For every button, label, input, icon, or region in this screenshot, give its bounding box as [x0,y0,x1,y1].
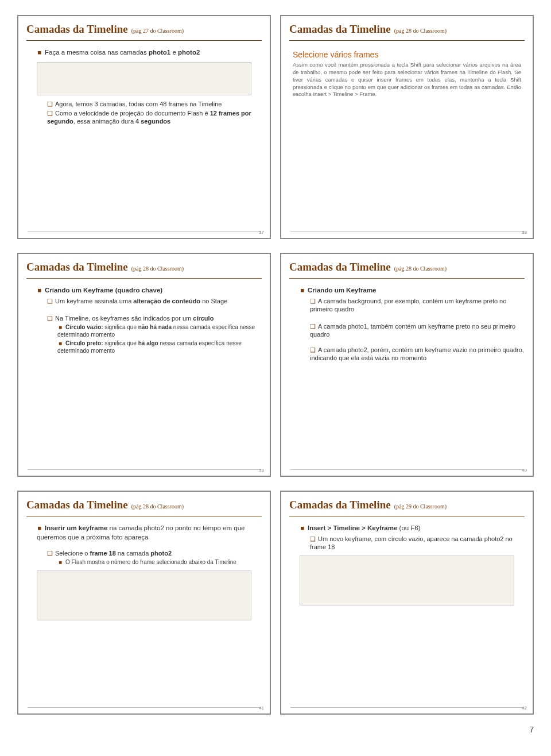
bullet-icon: ■ [57,323,63,331]
bottom-rule [290,232,523,232]
bullet-icon: ❑ [310,297,316,305]
bottom-rule [28,707,261,708]
title-sub: (pág 29 do Classroom) [394,503,447,510]
title-sub: (pág 27 do Classroom) [131,28,184,34]
slide-number: 41 [259,705,264,711]
list-item: ❑Um novo keyframe, com círculo vazio, ap… [310,535,525,551]
screenshot-placeholder [37,62,251,95]
title-sub: (pág 28 do Classroom) [131,265,184,272]
slide: Camadas da Timeline(pág 28 do Classroom)… [280,15,534,239]
list-item: ■Criando um Keyframe [300,286,525,295]
list-item: ■Inserir um keyframe na camada photo2 no… [37,524,262,542]
list-item: ❑A camada photo1, também contém um keyfr… [310,322,525,339]
slide-content: ■Faça a mesma coisa nas camadas photo1 e… [26,47,262,232]
slide-title: Camadas da Timeline(pág 28 do Classroom) [26,499,262,511]
bullet-icon: ❑ [47,109,53,117]
bullet-icon: ❑ [47,314,53,322]
slide-title: Camadas da Timeline(pág 27 do Classroom) [26,23,262,36]
title-main: Camadas da Timeline [26,499,128,511]
list-item: ■Faça a mesma coisa nas camadas photo1 e… [37,48,262,57]
slide-number: 42 [522,705,527,711]
list-item: ■Círculo vazio: significa que não há nad… [57,323,262,338]
bullet-icon: ❑ [310,535,316,543]
slide-number: 40 [522,468,527,473]
slide-title: Camadas da Timeline(pág 28 do Classroom) [26,261,262,273]
title-rule [289,40,525,41]
title-rule [26,516,262,516]
title-sub: (pág 28 do Classroom) [131,503,184,510]
title-rule [289,516,525,516]
title-rule [26,278,262,279]
bullet-icon: ■ [37,524,42,533]
screenshot-placeholder [300,556,514,605]
title-main: Camadas da Timeline [26,261,128,273]
slide-content: ■Insert > Timeline > Keyframe (ou F6)❑Um… [289,522,525,707]
list-item: ❑A camada photo2, porém, contém um keyfr… [310,346,525,362]
title-main: Camadas da Timeline [289,23,391,36]
bullet-icon: ❑ [47,549,53,557]
list-item: ■Insert > Timeline > Keyframe (ou F6) [300,524,525,533]
slide: Camadas da Timeline(pág 28 do Classroom)… [280,253,534,477]
title-rule [289,278,525,279]
list-item: ❑Como a velocidade de projeção do docume… [47,109,262,126]
slide: Camadas da Timeline(pág 28 do Classroom)… [17,491,271,715]
title-main: Camadas da Timeline [26,23,128,36]
bottom-rule [28,232,261,232]
slide-number: 38 [522,230,527,235]
slide: Camadas da Timeline(pág 28 do Classroom)… [17,253,271,477]
slide-title: Camadas da Timeline(pág 28 do Classroom) [289,23,525,36]
title-sub: (pág 28 do Classroom) [394,265,447,272]
list-item: ❑Selecione o frame 18 na camada photo2 [47,549,262,557]
title-sub: (pág 28 do Classroom) [394,28,447,34]
title-main: Camadas da Timeline [289,499,391,511]
list-item: ■Círculo preto: significa que há algo ne… [57,340,262,354]
list-item: ❑Na Timeline, os keyframes são indicados… [47,314,262,322]
bullet-icon: ■ [57,340,63,347]
list-item: ■Criando um Keyframe (quadro chave) [37,286,262,295]
slide-number: 39 [259,468,264,473]
slide: Camadas da Timeline(pág 27 do Classroom)… [17,15,271,239]
bottom-rule [290,469,523,470]
bullet-icon: ❑ [47,297,53,305]
slide-content: ■Inserir um keyframe na camada photo2 no… [26,522,262,707]
bullet-icon: ❑ [310,346,316,354]
bullet-icon: ■ [300,524,305,533]
slide-content: ■Criando um Keyframe❑A camada background… [289,284,525,469]
bullet-icon: ■ [57,558,63,566]
book-heading: Selecione vários frames [293,50,525,59]
bullet-icon: ■ [37,48,42,57]
bottom-rule [28,469,261,470]
list-item: ■O Flash mostra o número do frame seleci… [57,558,262,566]
list-item: ❑Agora, temos 3 camadas, todas com 48 fr… [47,100,262,108]
bullet-icon: ❑ [47,100,53,108]
title-main: Camadas da Timeline [289,261,391,273]
slide-title: Camadas da Timeline(pág 28 do Classroom) [289,261,525,273]
book-body: Assim como você mantém pressionada a tec… [293,61,521,98]
slide-content: Selecione vários framesAssim como você m… [289,47,525,232]
title-rule [26,40,262,41]
bullet-icon: ■ [300,286,305,295]
list-item: ❑Um keyframe assinala uma alteração de c… [47,297,262,305]
slide: Camadas da Timeline(pág 29 do Classroom)… [280,491,534,715]
slide-title: Camadas da Timeline(pág 29 do Classroom) [289,499,525,511]
screenshot-placeholder [37,570,251,620]
list-item: ❑A camada background, por exemplo, conté… [310,297,525,314]
bottom-rule [290,707,523,708]
slide-number: 37 [259,230,264,235]
page-number: 7 [0,720,551,746]
bullet-icon: ■ [37,286,42,295]
bullet-icon: ❑ [310,322,316,330]
slide-content: ■Criando um Keyframe (quadro chave)❑Um k… [26,284,262,469]
